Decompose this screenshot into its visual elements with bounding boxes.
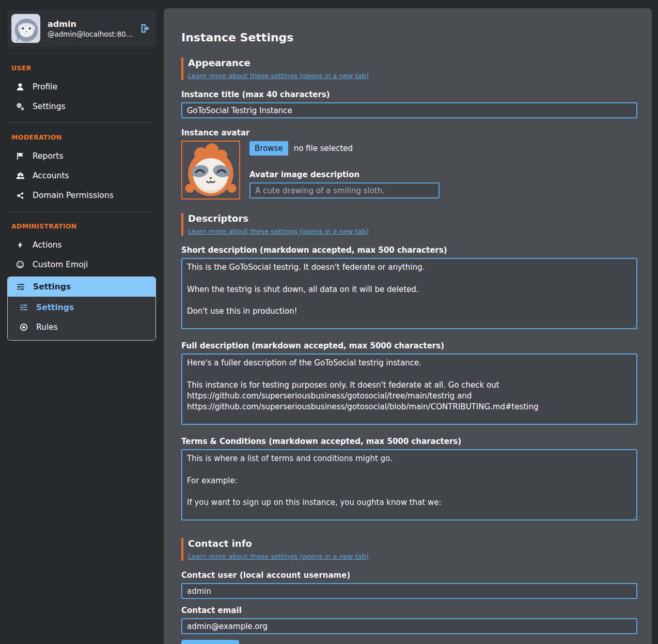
save-button[interactable]: Save	[181, 640, 239, 644]
appearance-section-header: Appearance Learn more about these settin…	[181, 57, 637, 80]
sidebar-item-admin-settings[interactable]: Settings	[8, 277, 155, 297]
full-description-label: Full description (markdown accepted, max…	[181, 341, 637, 350]
sidebar-item-label: Reports	[33, 151, 63, 161]
sign-out-icon[interactable]	[139, 23, 151, 34]
flag-icon	[15, 152, 25, 160]
browse-button[interactable]: Browse	[249, 141, 288, 156]
sidebar-item-accounts[interactable]: Accounts	[7, 166, 156, 186]
divider	[7, 122, 156, 123]
sidebar-item-actions[interactable]: Actions	[7, 235, 156, 255]
sidebar-item-profile[interactable]: Profile	[7, 77, 156, 97]
user-name: admin	[48, 19, 132, 30]
nav-section-administration: ADMINISTRATION	[7, 218, 156, 235]
user-avatar sloth-avatar	[11, 14, 40, 43]
divider	[7, 211, 156, 212]
sidebar-item-custom-emoji[interactable]: Custom Emoji	[7, 255, 156, 274]
bolt-icon	[15, 241, 25, 249]
contact-learn-more-link[interactable]: Learn more about these settings (opens i…	[188, 553, 369, 560]
contact-email-label: Contact email	[181, 606, 637, 615]
contact-user-input[interactable]	[181, 583, 637, 599]
user-handle: @admin@localhost:80...	[48, 30, 132, 38]
avatar-description-input[interactable]	[249, 182, 440, 198]
contact-section-header: Contact info Learn more about these sett…	[181, 538, 637, 561]
descriptors-section-header: Descriptors Learn more about these setti…	[181, 213, 637, 236]
sidebar-item-label: Profile	[33, 82, 57, 91]
appearance-learn-more-link[interactable]: Learn more about these settings (opens i…	[188, 72, 369, 80]
page-title: Instance Settings	[181, 31, 637, 44]
circle-dot-icon	[19, 323, 28, 331]
nav-section-moderation: MODERATION	[7, 129, 156, 146]
settings-nav-block: Settings Settings	[7, 277, 156, 341]
sidebar-item-label: Settings	[33, 282, 71, 292]
contact-heading: Contact info	[188, 538, 637, 549]
sidebar-item-label: Domain Permissions	[33, 191, 114, 200]
nav-section-user: USER	[7, 60, 156, 77]
smiley-icon	[15, 260, 25, 269]
file-chooser: Browse no file selected	[249, 141, 637, 156]
instance-title-label: Instance title (max 40 characters)	[181, 90, 637, 99]
sidebar: admin @admin@localhost:80... USER Profil…	[7, 10, 156, 341]
avatar-description-label: Avatar image description	[249, 170, 637, 179]
sliders-icon	[19, 303, 28, 312]
settings-submenu: Settings Rules	[8, 297, 155, 340]
sidebar-item-reports[interactable]: Reports	[7, 146, 156, 166]
user-card[interactable]: admin @admin@localhost:80...	[7, 10, 156, 47]
sidebar-item-label: Settings	[33, 102, 66, 111]
instance-settings-panel: Instance Settings Appearance Learn more …	[164, 8, 652, 644]
sidebar-subitem-rules[interactable]: Rules	[8, 317, 155, 337]
sidebar-item-domain-permissions[interactable]: Domain Permissions	[7, 186, 156, 205]
short-description-textarea[interactable]: This is the GoToSocial testrig. It doesn…	[181, 258, 637, 329]
contact-user-label: Contact user (local account username)	[181, 571, 637, 580]
sidebar-subitem-label: Settings	[36, 303, 74, 312]
sidebar-item-label: Actions	[33, 240, 62, 250]
gears-icon	[15, 102, 25, 111]
instance-avatar-image sloth-instance-avatar	[181, 141, 240, 200]
sidebar-subitem-settings[interactable]: Settings	[8, 298, 155, 317]
full-description-textarea[interactable]: Here's a fuller description of the GoToS…	[181, 354, 637, 425]
sidebar-item-label: Custom Emoji	[33, 260, 88, 269]
sliders-icon	[16, 283, 25, 291]
divider	[7, 53, 156, 54]
avatar-upload-column: Browse no file selected Avatar image des…	[249, 141, 637, 200]
instance-title-input[interactable]	[181, 102, 637, 118]
terms-label: Terms & Conditions (markdown accepted, m…	[181, 437, 637, 446]
short-description-label: Short description (markdown accepted, ma…	[181, 246, 637, 255]
user-info: admin @admin@localhost:80...	[48, 19, 132, 38]
sidebar-item-label: Accounts	[33, 171, 69, 180]
terms-textarea[interactable]: This is where a list of terms and condit…	[181, 449, 637, 520]
descriptors-heading: Descriptors	[188, 213, 637, 224]
instance-avatar-label: Instance avatar	[181, 128, 637, 137]
sidebar-subitem-label: Rules	[36, 323, 58, 332]
sidebar-item-user-settings[interactable]: Settings	[7, 97, 156, 116]
instance-avatar-row: Browse no file selected Avatar image des…	[181, 141, 637, 200]
appearance-heading: Appearance	[188, 57, 637, 68]
descriptors-learn-more-link[interactable]: Learn more about these settings (opens i…	[188, 227, 369, 235]
share-nodes-icon	[15, 192, 25, 200]
no-file-selected-text: no file selected	[294, 144, 353, 153]
contact-email-input[interactable]	[181, 618, 637, 634]
user-icon	[15, 83, 25, 91]
users-icon	[15, 172, 25, 180]
